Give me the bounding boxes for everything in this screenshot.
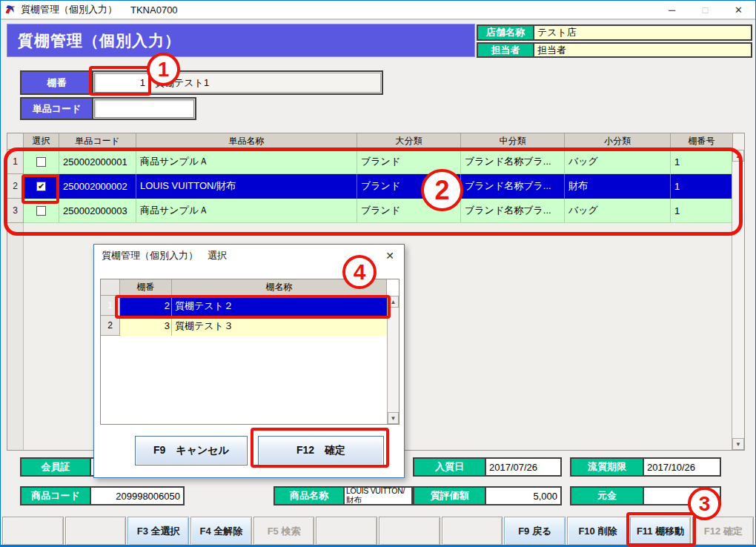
shelf-number-input[interactable]: 1 — [94, 73, 149, 93]
window-title-code: TKNA0700 — [130, 4, 178, 16]
expire-date-label: 流質期限 — [571, 459, 644, 475]
shelf-number-label: 棚番 — [21, 72, 93, 93]
item-grid-header: 選択 単品コード 単品名称 大分類 中分類 小分類 棚番号 — [7, 133, 744, 150]
appraisal-field: 質評価額 5,000 — [413, 486, 562, 505]
product-name-value: LOUIS VUITTON/財布 — [345, 488, 411, 504]
store-name-field: 店舗名称 テスト店 — [477, 24, 752, 41]
header-name: 単品名称 — [136, 133, 357, 150]
dialog-header-shelf-name: 棚名称 — [172, 279, 387, 296]
shelf-grid-header: 棚番 棚名称 — [101, 279, 399, 296]
header-shelf-no: 棚番号 — [671, 133, 733, 150]
staff-field: 担当者 担当者 — [477, 42, 752, 58]
dialog-row[interactable]: 2 3 質棚テスト３ — [101, 316, 388, 336]
staff-value: 担当者 — [534, 44, 751, 56]
store-name-label: 店舗名称 — [478, 26, 534, 39]
window-bottom-border — [1, 545, 755, 546]
member-card-label: 会員証 — [21, 459, 91, 475]
shelf-name-display: 質棚テスト1 — [150, 73, 381, 93]
shelf-grid: 棚番 棚名称 1 2 質棚テスト２ 2 3 質棚テスト３ ▲ ▼ — [100, 279, 399, 425]
dialog-confirm-button[interactable]: F12 確定 — [258, 436, 384, 465]
header-select: 選択 — [24, 133, 59, 150]
dialog-scroll-down-icon[interactable]: ▼ — [388, 412, 399, 424]
product-name-field: 商品名称 LOUIS VUITTON/財布 — [273, 486, 413, 505]
fkey-f8 — [442, 517, 503, 546]
dialog-title: 質棚管理（個別入力） 選択 — [94, 245, 404, 267]
expire-date-value: 2017/10/26 — [644, 459, 720, 475]
product-code-field: 商品コード 209998006050 — [20, 486, 185, 505]
fkey-f12-confirm: F12 確定 — [692, 517, 754, 546]
item-code-label: 単品コード — [21, 99, 93, 119]
pawn-date-field: 入質日 2017/07/26 — [413, 457, 562, 477]
row-checkbox[interactable] — [36, 157, 46, 167]
table-row[interactable]: 3 250002000003 商品サンプルＡ ブランド ブランド名称ブラ... … — [7, 199, 744, 223]
header-cat-mid: 中分類 — [461, 133, 565, 150]
principal-value: 5,000 — [644, 488, 720, 504]
product-code-value: 209998006050 — [91, 488, 183, 504]
dialog-scrollbar[interactable]: ▲ ▼ — [387, 296, 399, 424]
fkey-f4-clear-all[interactable]: F4 全解除 — [190, 517, 252, 546]
item-code-row: 単品コード — [20, 97, 196, 120]
maximize-button[interactable]: □ — [689, 1, 722, 19]
expire-date-field: 流質期限 2017/10/26 — [570, 457, 721, 477]
fkey-f10-delete[interactable]: F10 削除 — [567, 517, 629, 546]
window-title: 質棚管理（個別入力） — [21, 3, 117, 16]
store-name-value: テスト店 — [534, 26, 751, 39]
header-cat-large: 大分類 — [357, 133, 461, 150]
pawn-date-value: 2017/07/26 — [486, 459, 560, 475]
dialog-scroll-up-icon[interactable]: ▲ — [388, 296, 399, 308]
scroll-down-icon[interactable]: ▼ — [732, 438, 744, 450]
appraisal-label: 質評価額 — [414, 488, 486, 504]
pawn-date-label: 入質日 — [414, 459, 486, 475]
appraisal-value: 5,000 — [486, 488, 560, 504]
app-window: 質棚管理（個別入力） TKNA0700 ─ □ ✕ 質棚管理（個別入力） 店舗名… — [0, 0, 756, 547]
grid-vertical-scrollbar[interactable]: ▲ ▼ — [732, 150, 744, 450]
fkey-f11-shelf-move[interactable]: F11 棚移動 — [630, 517, 692, 546]
item-code-input[interactable] — [94, 99, 194, 118]
fkey-f6 — [316, 517, 377, 546]
minimize-button[interactable]: ─ — [655, 1, 689, 19]
shelf-row: 棚番 1 質棚テスト1 — [20, 70, 383, 95]
fkey-f5-search: F5 検索 — [253, 517, 315, 546]
dialog-cancel-button[interactable]: F9 キャンセル — [135, 436, 248, 465]
header-cat-small: 小分類 — [565, 133, 671, 150]
product-code-label: 商品コード — [21, 488, 91, 504]
header-code: 単品コード — [59, 133, 136, 150]
scroll-up-icon[interactable]: ▲ — [732, 150, 744, 162]
principal-label: 元金 — [571, 488, 644, 504]
fkey-f3-select-all[interactable]: F3 全選択 — [127, 517, 189, 546]
principal-field: 元金 5,000 — [570, 486, 721, 505]
product-name-label: 商品名称 — [275, 488, 345, 504]
app-icon — [4, 4, 16, 16]
fkey-f7 — [379, 517, 440, 546]
dialog-close-icon[interactable]: ✕ — [380, 248, 399, 264]
fkey-f9-back[interactable]: F9 戻る — [504, 517, 566, 546]
fkey-f2 — [65, 517, 127, 546]
function-key-bar: F3 全選択 F4 全解除 F5 検索 F9 戻る F10 削除 F11 棚移動… — [2, 517, 754, 546]
window-titlebar: 質棚管理（個別入力） TKNA0700 ─ □ ✕ — [1, 1, 755, 20]
row-checkbox[interactable] — [36, 206, 46, 216]
dialog-header-shelf-no: 棚番 — [120, 279, 172, 296]
dialog-row-selected[interactable]: 1 2 質棚テスト２ — [101, 296, 388, 316]
page-title: 質棚管理（個別入力） — [7, 24, 475, 57]
close-button[interactable]: ✕ — [722, 1, 755, 19]
table-row[interactable]: 1 250002000001 商品サンプルＡ ブランド ブランド名称ブラ... … — [7, 150, 744, 174]
staff-label: 担当者 — [478, 44, 534, 56]
shelf-select-dialog: 質棚管理（個別入力） 選択 ✕ 棚番 棚名称 1 2 質棚テスト２ 2 3 質棚… — [93, 244, 405, 478]
table-row-selected[interactable]: 2 ✔ 250002000002 LOUIS VUITTON/財布 ブランド ブ… — [7, 174, 744, 199]
row-checkbox-checked[interactable]: ✔ — [36, 182, 46, 191]
fkey-f1 — [2, 517, 64, 546]
